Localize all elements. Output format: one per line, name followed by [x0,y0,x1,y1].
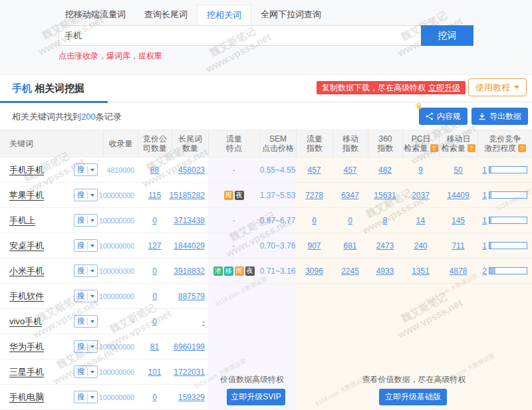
longtail-count-link[interactable]: - [202,317,205,326]
mobile-index-link[interactable]: 0 [348,216,352,225]
mobile-daily-search-link[interactable]: 145 [452,216,465,225]
row-search-dropdown-button[interactable]: 搜 [74,264,98,277]
competition-value-link[interactable]: 1 [482,165,487,175]
export-data-label: 导出数据 [489,111,521,122]
cell [368,284,402,309]
row-search-dropdown-button[interactable]: 搜 [74,189,98,201]
tab-2[interactable]: 挖相关词 [197,5,251,25]
keyword-link[interactable]: vivo手机 [9,316,42,328]
flow-index-link[interactable]: 0 [312,216,317,225]
longtail-count-link[interactable]: 1722031 [174,367,205,377]
index360-link[interactable]: 8 [383,216,388,225]
mobile-daily-search-link[interactable]: 14409 [447,191,469,200]
row-search-dropdown-button[interactable]: 搜 [74,214,98,227]
tab-3[interactable]: 全网下拉词查询 [251,5,331,25]
toolbar: ♛ 内容规 导出数据 [419,108,528,125]
bid-companies-link[interactable]: 0 [152,266,157,276]
bid-companies-link[interactable]: 0 [152,393,157,402]
competition-value-link[interactable]: 2 [482,266,487,276]
traffic-dash: - [233,165,235,175]
competition-value-link[interactable]: 1 [482,191,487,200]
bid-companies-link[interactable]: 0 [152,216,157,225]
row-search-dropdown-button[interactable]: 搜 [74,239,98,252]
bid-companies-link[interactable]: 81 [150,342,159,352]
upgrade-now-link[interactable]: 立即升级 [428,83,460,92]
index360-link[interactable]: 4933 [376,266,394,276]
cell: 2473 [368,233,402,258]
index360-link[interactable]: 482 [378,165,392,175]
mobile-daily-search-link[interactable]: 711 [452,241,464,251]
mobile-index-link[interactable]: 457 [343,165,356,175]
dig-words-button[interactable]: 挖词 [421,25,473,46]
column-header-1: 收录量 [103,130,138,157]
longtail-count-link[interactable]: 3713438 [174,216,205,225]
keyword-link[interactable]: 苹果手机 [9,189,44,201]
upgrade-svip-button[interactable]: 立即升级SVIP [227,389,285,405]
tutorial-button[interactable]: 使用教程 [468,78,527,96]
pc-daily-search-link[interactable]: 1351 [412,266,430,276]
row-search-dropdown-button[interactable]: 搜 [74,340,98,353]
pc-daily-search-link[interactable]: 9 [418,165,423,175]
mobile-index-link[interactable]: 681 [343,241,356,251]
flow-index-link[interactable]: 457 [307,165,321,175]
row-search-label: 搜 [77,392,84,402]
cell: 手机上搜 [0,208,103,233]
keyword-link[interactable]: 手机手机 [9,164,44,176]
row-search-dropdown-button[interactable]: 搜 [74,315,98,328]
bid-companies-link[interactable]: 0 [152,317,157,326]
content-plan-button[interactable]: ♛ 内容规 [419,108,467,125]
tab-0[interactable]: 挖移动端流量词 [56,5,135,25]
mobile-daily-search-link[interactable]: 4878 [450,266,467,276]
bid-companies-link[interactable]: 0 [152,292,157,301]
keyword-link[interactable]: 三星手机 [9,366,44,378]
longtail-count-link[interactable]: 1844029 [174,241,205,251]
pc-daily-search-link[interactable]: 2037 [412,191,430,200]
column-header-label: 检索量 [442,144,466,153]
longtail-count-link[interactable]: 15185282 [170,191,205,200]
index360-link[interactable]: 2473 [376,241,394,251]
index360-link[interactable]: 15631 [374,191,396,200]
help-icon[interactable]: ? [430,144,438,152]
upgrade-basic-button[interactable]: 立即升级基础版 [379,389,447,405]
help-icon[interactable]: ? [518,144,526,152]
keyword-link[interactable]: 手机软件 [9,290,44,302]
cell: 苹果手机搜 [0,183,103,208]
longtail-count-link[interactable]: 6960199 [174,342,205,352]
bid-companies-link[interactable]: 115 [148,191,161,200]
keyword-link[interactable]: 手机电脑 [9,391,44,403]
keyword-link[interactable]: 安桌手机 [9,240,44,252]
divider [87,191,88,199]
longtail-count-link[interactable]: 3918832 [174,266,205,276]
longtail-count-link[interactable]: 458023 [178,165,205,175]
flow-index-link[interactable]: 7278 [305,191,323,200]
keyword-link[interactable]: 手机上 [9,215,35,227]
bid-companies-link[interactable]: 127 [148,241,161,251]
pc-daily-search-link[interactable]: 240 [414,241,427,251]
mobile-index-link[interactable]: 6347 [341,191,359,200]
column-header-7: 移动指数 [332,130,368,157]
upgrade-promo-badge[interactable]: 复制数据下载，尽在高级特权立即升级 [317,81,466,94]
row-search-dropdown-button[interactable]: 搜 [74,391,98,403]
tab-1[interactable]: 查询长尾词 [135,5,197,25]
competition-value-link[interactable]: 1 [482,216,487,225]
row-search-dropdown-button[interactable]: 搜 [74,163,98,176]
keyword-input[interactable] [59,25,421,46]
row-search-dropdown-button[interactable]: 搜 [74,290,98,302]
keyword-link[interactable]: 华为手机 [9,341,44,353]
keyword-link[interactable]: 小米手机 [9,265,44,277]
bid-companies-link[interactable]: 101 [148,367,161,377]
pc-daily-search-link[interactable]: 14 [416,216,425,225]
mobile-index-link[interactable]: 2245 [341,266,359,276]
row-search-dropdown-button[interactable]: 搜 [74,365,98,378]
longtail-count-link[interactable]: 159329 [178,393,205,402]
query-panel: 挖移动端流量词查询长尾词挖相关词全网下拉词查询 挖词 点击涨收录，爆词库，提权重 [0,0,532,75]
competition-value-link[interactable]: 1 [482,241,487,251]
flow-index-link[interactable]: 3096 [305,266,323,276]
longtail-count-link[interactable]: 887579 [178,292,205,301]
export-data-button[interactable]: 导出数据 [471,108,528,125]
cell [477,334,532,359]
help-icon[interactable]: ? [467,144,475,152]
flow-index-link[interactable]: 907 [307,241,321,251]
bid-companies-link[interactable]: 88 [150,165,159,175]
mobile-daily-search-link[interactable]: 50 [454,165,462,175]
